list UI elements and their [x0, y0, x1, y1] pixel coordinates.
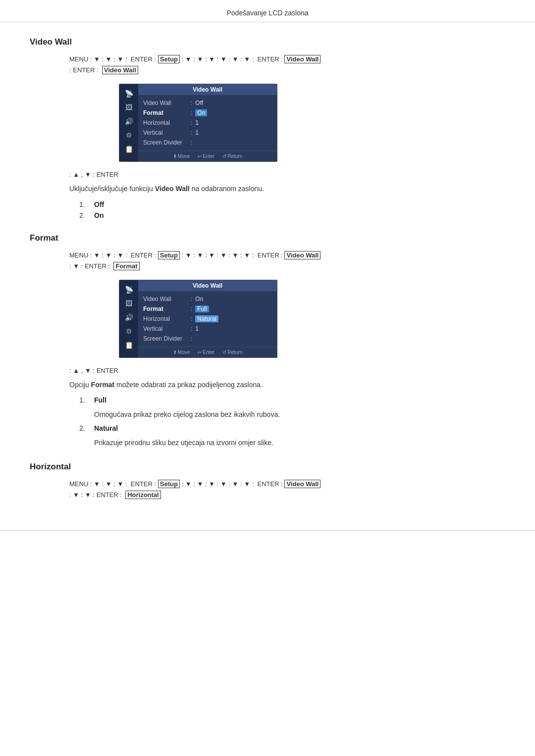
- item-label-fmt-1: Full: [94, 396, 107, 404]
- row-label-fmt-3: Horizontal: [143, 315, 188, 322]
- list-item-vw-1: 1. Off: [79, 201, 505, 208]
- row-value-vw-1: Off: [195, 100, 203, 106]
- row-value-vw-2: On: [195, 109, 207, 116]
- nav-line2-hor: : ▼ : ▼ : ENTER : Horizontal: [69, 491, 161, 499]
- move-icon-vw: ⬆: [173, 153, 177, 159]
- menu-items-fmt: Video Wall : On Format : Full Horizontal…: [138, 291, 277, 347]
- move-label-vw: Move: [178, 153, 190, 159]
- sub-desc-fmt-1: Omogućava prikaz preko cijelog zaslona b…: [94, 409, 505, 420]
- description-fmt: Opciju Format možete odabrati za prikaz …: [69, 379, 505, 390]
- item-num-vw-2: 2.: [79, 211, 89, 219]
- row-label-vw-4: Vertical: [143, 129, 188, 136]
- bracket-videowall-hor: Video Wall: [284, 480, 321, 488]
- menu-screenshot-fmt: 📡 🖼 🔊 ⚙ 📋 Video Wall Video Wall : On: [119, 280, 277, 358]
- menu-row-vw-1: Video Wall : Off: [143, 98, 272, 108]
- description-vw: Uključuje/isključuje funkciju Video Wall…: [69, 183, 505, 194]
- section-video-wall: Video Wall MENU : ▼ : ▼ : ▼ : ENTER : Se…: [30, 37, 505, 219]
- nav-path-format: MENU : ▼ : ▼ : ▼ : ENTER : Setup : ▼ : ▼…: [30, 250, 505, 272]
- num-list-fmt: 1. Full: [79, 396, 505, 404]
- bracket-videowall-vw2: Video Wall: [102, 66, 138, 74]
- icon-signal: 📡: [122, 88, 135, 99]
- menu-sidebar-fmt: 📡 🖼 🔊 ⚙ 📋: [119, 280, 138, 357]
- nav-line1-fmt: MENU : ▼ : ▼ : ▼ : ENTER : Setup : ▼ : ▼…: [69, 251, 321, 259]
- num-list-fmt-2: 2. Natural: [79, 424, 505, 432]
- enter-icon-vw: ↩: [198, 153, 202, 159]
- section-title-horizontal: Horizontal: [30, 462, 505, 472]
- enter-label-fmt: Enter: [203, 350, 214, 355]
- menu-row-vw-2: Format : On: [143, 108, 272, 118]
- footer-return-fmt: ↺ Return: [222, 350, 242, 355]
- return-label-vw: Return: [227, 153, 242, 159]
- icon-settings-fmt: ⚙: [122, 326, 135, 337]
- nav-line2-vw: : ENTER : Video Wall: [69, 66, 138, 74]
- icon-settings: ⚙: [122, 130, 135, 141]
- menu-title-fmt: Video Wall: [138, 280, 277, 291]
- menu-row-vw-5: Screen Divider :: [143, 138, 272, 148]
- content-area: Video Wall MENU : ▼ : ▼ : ▼ : ENTER : Se…: [0, 37, 535, 501]
- row-label-vw-2: Format: [143, 109, 188, 116]
- list-item-vw-2: 2. On: [79, 211, 505, 219]
- row-label-vw-5: Screen Divider: [143, 139, 188, 146]
- page-header: Podešavanje LCD zaslona: [0, 0, 535, 22]
- return-label-fmt: Return: [227, 350, 242, 355]
- num-list-vw: 1. Off 2. On: [79, 201, 505, 219]
- icon-support-fmt: 📋: [122, 340, 135, 351]
- row-label-fmt-1: Video Wall: [143, 296, 188, 302]
- row-label-vw-3: Horizontal: [143, 119, 188, 126]
- move-label-fmt: Move: [178, 350, 190, 355]
- bracket-format-fmt: Format: [113, 262, 139, 270]
- menu-row-vw-3: Horizontal : 1: [143, 118, 272, 128]
- footer-move-vw: ⬆ Move: [173, 153, 190, 159]
- item-num-fmt-1: 1.: [79, 396, 89, 404]
- row-value-fmt-3: Natural: [195, 315, 218, 322]
- nav-line2-fmt: : ▼ : ENTER : Format: [69, 262, 140, 270]
- instruction-fmt: : ▲ , ▼ : ENTER: [69, 367, 505, 374]
- enter-icon-fmt: ↩: [198, 350, 202, 355]
- menu-row-vw-4: Vertical : 1: [143, 128, 272, 138]
- bracket-setup-fmt: Setup: [158, 251, 180, 259]
- row-value-fmt-2: Full: [195, 305, 209, 312]
- row-label-fmt-5: Screen Divider: [143, 335, 188, 342]
- menu-main-fmt: Video Wall Video Wall : On Format : Full: [138, 280, 277, 357]
- instruction-vw: : ▲ , ▼ : ENTER: [69, 171, 505, 178]
- menu-row-fmt-1: Video Wall : On: [143, 294, 272, 304]
- enter-label-vw: Enter: [203, 153, 214, 159]
- menu-title-vw: Video Wall: [138, 84, 277, 95]
- section-format: Format MENU : ▼ : ▼ : ▼ : ENTER : Setup …: [30, 233, 505, 448]
- icon-sound-fmt: 🔊: [122, 312, 135, 323]
- menu-screenshot-vw: 📡 🖼 🔊 ⚙ 📋 Video Wall Video Wall : Off: [119, 84, 277, 162]
- nav-path-video-wall-1: MENU : ▼ : ▼ : ▼ : ENTER : Setup : ▼ : ▼…: [30, 54, 505, 76]
- icon-signal-fmt: 📡: [122, 284, 135, 295]
- item-num-fmt-2: 2.: [79, 424, 89, 432]
- section-title-video-wall: Video Wall: [30, 37, 505, 47]
- nav-line1-hor: MENU : ▼ : ▼ : ▼ : ENTER : Setup : ▼ : ▼…: [69, 480, 321, 488]
- item-label-fmt-2: Natural: [94, 424, 118, 432]
- section-horizontal: Horizontal MENU : ▼ : ▼ : ▼ : ENTER : Se…: [30, 462, 505, 501]
- footer-enter-fmt: ↩ Enter: [198, 350, 214, 355]
- menu-row-fmt-4: Vertical : 1: [143, 324, 272, 334]
- item-label-vw-1: Off: [94, 201, 104, 208]
- list-item-fmt-2: 2. Natural: [79, 424, 505, 432]
- menu-main-vw: Video Wall Video Wall : Off Format : On: [138, 84, 277, 161]
- icon-sound: 🔊: [122, 116, 135, 127]
- sub-desc-fmt-2: Prikazuje prirodnu sliku bez utjecaja na…: [94, 437, 505, 448]
- icon-picture: 🖼: [122, 102, 135, 113]
- return-icon-fmt: ↺: [222, 350, 226, 355]
- footer-return-vw: ↺ Return: [222, 153, 242, 159]
- nav-line1-vw: MENU : ▼ : ▼ : ▼ : ENTER : Setup : ▼ : ▼…: [69, 55, 321, 63]
- header-title: Podešavanje LCD zaslona: [227, 9, 309, 17]
- menu-items-vw: Video Wall : Off Format : On Horizontal …: [138, 95, 277, 151]
- list-item-fmt-1: 1. Full: [79, 396, 505, 404]
- icon-picture-fmt: 🖼: [122, 298, 135, 309]
- menu-footer-vw: ⬆ Move ↩ Enter ↺ Return: [138, 151, 277, 161]
- menu-row-fmt-5: Screen Divider :: [143, 334, 272, 344]
- footer-move-fmt: ⬆ Move: [173, 350, 190, 355]
- move-icon-fmt: ⬆: [173, 350, 177, 355]
- bracket-setup-vw: Setup: [158, 55, 180, 63]
- bracket-horizontal-hor: Horizontal: [125, 491, 161, 499]
- bracket-videowall-fmt: Video Wall: [284, 251, 321, 259]
- return-icon-vw: ↺: [222, 153, 226, 159]
- row-value-fmt-4: 1: [195, 325, 199, 332]
- nav-path-horizontal: MENU : ▼ : ▼ : ▼ : ENTER : Setup : ▼ : ▼…: [30, 479, 505, 501]
- row-label-vw-1: Video Wall: [143, 100, 188, 106]
